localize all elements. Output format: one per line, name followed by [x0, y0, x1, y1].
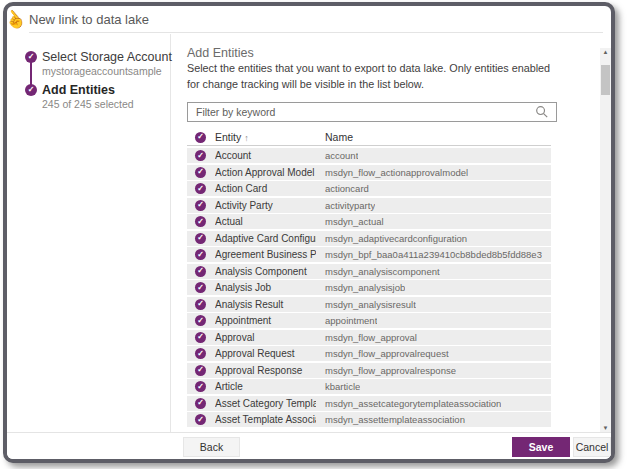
name-cell: msdyn_flow_approval: [325, 332, 417, 343]
table-rows: ✓ Account account ✓ Action Approval Mode…: [187, 148, 551, 427]
table-row[interactable]: ✓ Asset Category Template Association ms…: [187, 396, 551, 411]
scrollbar-track[interactable]: [600, 56, 611, 424]
row-selected-check-icon[interactable]: ✓: [195, 200, 206, 211]
entity-cell: Approval Response: [215, 365, 316, 376]
add-entities-panel: Add Entities Select the entities that yo…: [171, 34, 611, 432]
table-row[interactable]: ✓ Analysis Result msdyn_analysisresult: [187, 297, 551, 312]
table-header-row: ✓ Entity↑ Name: [187, 129, 551, 146]
name-cell: msdyn_analysiscomponent: [325, 266, 440, 277]
name-cell: kbarticle: [325, 381, 360, 392]
scroll-up-icon[interactable]: ▲: [603, 48, 609, 56]
step-sublabel: 245 of 245 selected: [42, 98, 134, 110]
table-row[interactable]: ✓ Approval msdyn_flow_approval: [187, 330, 551, 345]
table-row[interactable]: ✓ Agreement Business Process msdyn_bpf_b…: [187, 247, 551, 262]
row-selected-check-icon[interactable]: ✓: [195, 315, 206, 326]
row-selected-check-icon[interactable]: ✓: [195, 216, 206, 227]
entity-cell: Analysis Job: [215, 282, 316, 293]
new-link-to-data-lake-dialog: New link to data lake ✓ Select Storage A…: [3, 2, 615, 463]
entity-cell: Asset Category Template Association: [215, 398, 316, 409]
row-selected-check-icon[interactable]: ✓: [195, 381, 206, 392]
entity-cell: Approval: [215, 332, 316, 343]
entity-cell: Article: [215, 381, 316, 392]
table-row[interactable]: ✓ Analysis Job msdyn_analysisjob: [187, 280, 551, 295]
table-row[interactable]: ✓ Activity Party activityparty: [187, 198, 551, 213]
name-cell: msdyn_actual: [325, 216, 384, 227]
table-row[interactable]: ✓ Action Approval Model msdyn_flow_actio…: [187, 165, 551, 180]
row-selected-check-icon[interactable]: ✓: [195, 282, 206, 293]
entity-cell: Analysis Component: [215, 266, 316, 277]
entity-cell: Activity Party: [215, 200, 316, 211]
table-row[interactable]: ✓ Action Card actioncard: [187, 181, 551, 196]
entities-table: ✓ Entity↑ Name ✓ Account account ✓ Actio…: [187, 129, 551, 429]
table-row[interactable]: ✓ Approval Request msdyn_flow_approvalre…: [187, 346, 551, 361]
entity-cell: Approval Request: [215, 348, 316, 359]
row-selected-check-icon[interactable]: ✓: [195, 167, 206, 178]
cancel-button[interactable]: Cancel: [573, 437, 611, 457]
step-connector-line: [30, 62, 32, 85]
name-cell: msdyn_analysisjob: [325, 282, 405, 293]
table-row[interactable]: ✓ Adaptive Card Configuration msdyn_adap…: [187, 231, 551, 246]
name-cell: actioncard: [325, 183, 369, 194]
name-cell: msdyn_bpf_baa0a411a239410cb8bded8b5fdd88…: [325, 249, 542, 260]
row-selected-check-icon[interactable]: ✓: [195, 299, 206, 310]
table-row[interactable]: ✓ Actual msdyn_actual: [187, 214, 551, 229]
row-selected-check-icon[interactable]: ✓: [195, 183, 206, 194]
dialog-body: ✓ Select Storage Account mystorageaccoun…: [7, 34, 611, 432]
row-selected-check-icon[interactable]: ✓: [195, 348, 206, 359]
step-complete-check-icon: ✓: [25, 84, 37, 96]
name-cell: msdyn_flow_approvalrequest: [325, 348, 449, 359]
panel-description: Select the entities that you want to exp…: [187, 61, 559, 92]
step-label: Add Entities: [42, 83, 115, 97]
save-button[interactable]: Save: [512, 437, 570, 457]
name-cell: msdyn_assetcategorytemplateassociation: [325, 398, 501, 409]
table-row[interactable]: ✓ Asset Template Association msdyn_asset…: [187, 412, 551, 427]
step-label: Select Storage Account: [42, 50, 172, 64]
name-cell: account: [325, 150, 358, 161]
step-sublabel: mystorageaccountsample: [42, 65, 162, 77]
name-cell: msdyn_flow_approvalresponse: [325, 365, 456, 376]
name-cell: msdyn_adaptivecardconfiguration: [325, 233, 467, 244]
table-row[interactable]: ✓ Analysis Component msdyn_analysiscompo…: [187, 264, 551, 279]
row-selected-check-icon[interactable]: ✓: [195, 365, 206, 376]
panel-heading: Add Entities: [187, 46, 254, 60]
row-selected-check-icon[interactable]: ✓: [195, 233, 206, 244]
entity-cell: Account: [215, 150, 316, 161]
filter-input[interactable]: [188, 106, 535, 118]
step-complete-check-icon: ✓: [25, 51, 37, 63]
entity-cell: Adaptive Card Configuration: [215, 233, 316, 244]
row-selected-check-icon[interactable]: ✓: [195, 150, 206, 161]
table-row[interactable]: ✓ Account account: [187, 148, 551, 163]
entity-cell: Action Approval Model: [215, 167, 316, 178]
name-column-header[interactable]: Name: [325, 131, 353, 143]
table-row[interactable]: ✓ Approval Response msdyn_flow_approvalr…: [187, 363, 551, 378]
entity-cell: Analysis Result: [215, 299, 316, 310]
row-selected-check-icon[interactable]: ✓: [195, 332, 206, 343]
entity-cell: Action Card: [215, 183, 316, 194]
row-selected-check-icon[interactable]: ✓: [195, 414, 206, 425]
dialog-footer: Back Save Cancel: [7, 432, 611, 459]
row-selected-check-icon[interactable]: ✓: [195, 249, 206, 260]
select-all-check-icon[interactable]: ✓: [195, 132, 206, 143]
search-icon: [535, 105, 551, 119]
table-row[interactable]: ✓ Article kbarticle: [187, 379, 551, 394]
name-cell: appointment: [325, 315, 377, 326]
table-row[interactable]: ✓ Appointment appointment: [187, 313, 551, 328]
entity-cell: Asset Template Association: [215, 414, 316, 425]
name-cell: msdyn_analysisresult: [325, 299, 416, 310]
name-cell: msdyn_flow_actionapprovalmodel: [325, 167, 468, 178]
row-selected-check-icon[interactable]: ✓: [195, 266, 206, 277]
back-button[interactable]: Back: [183, 437, 240, 457]
name-cell: msdyn_assettemplateassociation: [325, 414, 465, 425]
vertical-scrollbar[interactable]: ▲ ▼: [600, 48, 611, 432]
scroll-down-icon[interactable]: ▼: [603, 424, 609, 432]
dialog-title: New link to data lake: [29, 12, 149, 27]
entity-cell: Actual: [215, 216, 316, 227]
entity-column-header[interactable]: Entity↑: [215, 131, 316, 143]
row-selected-check-icon[interactable]: ✓: [195, 398, 206, 409]
entity-cell: Appointment: [215, 315, 316, 326]
dialog-header: New link to data lake: [7, 6, 611, 33]
scrollbar-thumb[interactable]: [601, 65, 610, 95]
wizard-steps-sidebar: ✓ Select Storage Account mystorageaccoun…: [7, 34, 171, 432]
name-cell: activityparty: [325, 200, 375, 211]
sort-ascending-icon: ↑: [244, 133, 249, 143]
